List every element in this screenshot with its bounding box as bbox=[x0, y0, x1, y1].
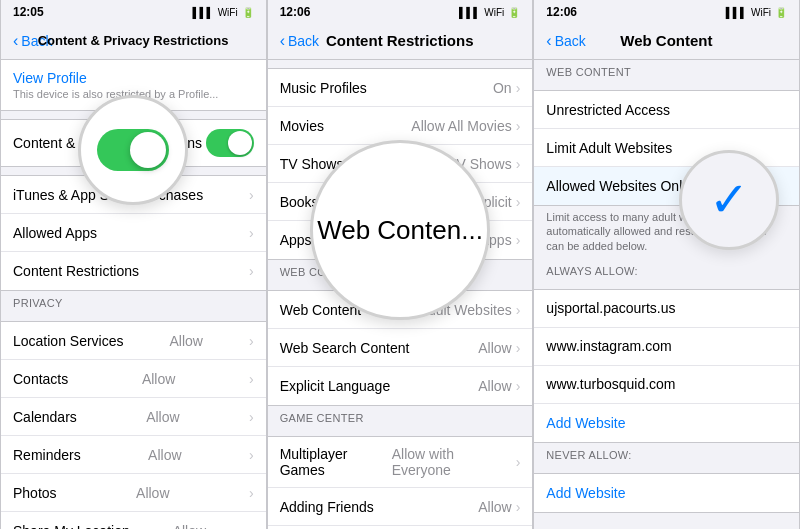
magnifier-text-label: Web Conten... bbox=[317, 215, 483, 246]
screen-content-3: WEB CONTENT Unrestricted Access Limit Ad… bbox=[534, 60, 799, 529]
nav-title-1: Content & Privacy Restrictions bbox=[12, 33, 253, 48]
web-search-row[interactable]: Web Search Content Allow › bbox=[268, 329, 533, 367]
toggle-thumb bbox=[228, 131, 252, 155]
privacy-header: PRIVACY bbox=[1, 291, 266, 313]
explicit-lang-value: Allow bbox=[478, 378, 511, 394]
privacy-toggle[interactable] bbox=[206, 129, 254, 157]
signal-icon-1: ▌▌▌ bbox=[192, 7, 213, 18]
allowed-apps-row[interactable]: Allowed Apps › bbox=[1, 214, 266, 252]
explicit-lang-row[interactable]: Explicit Language Allow › bbox=[268, 367, 533, 405]
time-2: 12:06 bbox=[280, 5, 311, 19]
chevron-movies: › bbox=[516, 118, 521, 134]
time-3: 12:06 bbox=[546, 5, 577, 19]
chevron-multiplayer: › bbox=[516, 454, 521, 470]
music-label: Music Profiles bbox=[280, 80, 367, 96]
contacts-row[interactable]: Contacts Allow › bbox=[1, 360, 266, 398]
movies-value: Allow All Movies bbox=[411, 118, 511, 134]
photos-value: Allow bbox=[136, 485, 169, 501]
never-allow-group: Add Website bbox=[534, 473, 799, 513]
chevron-music: › bbox=[516, 80, 521, 96]
calendars-value: Allow bbox=[146, 409, 179, 425]
nav-bar-1: ‹ Back Content & Privacy Restrictions bbox=[1, 22, 266, 60]
web-content-section-header: WEB CONTENT bbox=[534, 60, 799, 82]
panel-3: 12:06 ▌▌▌ WiFi 🔋 ‹ Back Web Content WEB … bbox=[533, 0, 800, 529]
status-bar-2: 12:06 ▌▌▌ WiFi 🔋 bbox=[268, 0, 533, 22]
adding-friends-row[interactable]: Adding Friends Allow › bbox=[268, 488, 533, 526]
chevron-photos: › bbox=[249, 485, 254, 501]
chevron-share-location: › bbox=[249, 523, 254, 530]
contacts-label: Contacts bbox=[13, 371, 68, 387]
share-location-row[interactable]: Share My Location Allow › bbox=[1, 512, 266, 529]
site-row-3: www.turbosquid.com bbox=[534, 366, 799, 404]
multiplayer-label: Multiplayer Games bbox=[280, 446, 392, 478]
contacts-value: Allow bbox=[142, 371, 175, 387]
multiplayer-row[interactable]: Multiplayer Games Allow with Everyone › bbox=[268, 437, 533, 488]
never-allow-header: NEVER ALLOW: bbox=[534, 443, 799, 465]
nav-bar-3: ‹ Back Web Content bbox=[534, 22, 799, 60]
panel-2: 12:06 ▌▌▌ WiFi 🔋 ‹ Back Content Restrict… bbox=[267, 0, 534, 529]
chevron-contacts: › bbox=[249, 371, 254, 387]
location-value: Allow bbox=[170, 333, 203, 349]
chevron-calendars: › bbox=[249, 409, 254, 425]
magnifier-webcontent: Web Conten... bbox=[310, 140, 490, 320]
music-row[interactable]: Music Profiles On › bbox=[268, 69, 533, 107]
chevron-location: › bbox=[249, 333, 254, 349]
apps-label: Apps bbox=[280, 232, 312, 248]
status-icons-3: ▌▌▌ WiFi 🔋 bbox=[726, 7, 787, 18]
chevron-allowed-apps: › bbox=[249, 225, 254, 241]
site-label-2: www.instagram.com bbox=[546, 338, 671, 354]
reminders-row[interactable]: Reminders Allow › bbox=[1, 436, 266, 474]
nav-title-2: Content Restrictions bbox=[279, 32, 520, 49]
unrestricted-label: Unrestricted Access bbox=[546, 102, 670, 118]
chevron-itunes: › bbox=[249, 187, 254, 203]
chevron-tvshows: › bbox=[516, 156, 521, 172]
chevron-reminders: › bbox=[249, 447, 254, 463]
site-row-2: www.instagram.com bbox=[534, 328, 799, 366]
allowed-apps-label: Allowed Apps bbox=[13, 225, 97, 241]
battery-icon-3: 🔋 bbox=[775, 7, 787, 18]
chevron-apps: › bbox=[516, 232, 521, 248]
battery-icon-2: 🔋 bbox=[508, 7, 520, 18]
status-icons-2: ▌▌▌ WiFi 🔋 bbox=[459, 7, 520, 18]
status-bar-1: 12:05 ▌▌▌ WiFi 🔋 bbox=[1, 0, 266, 22]
signal-icon-2: ▌▌▌ bbox=[459, 7, 480, 18]
content-restrictions-row[interactable]: Content Restrictions › bbox=[1, 252, 266, 290]
nav-bar-2: ‹ Back Content Restrictions bbox=[268, 22, 533, 60]
site-label-3: www.turbosquid.com bbox=[546, 376, 675, 392]
add-website-label-2: Add Website bbox=[546, 485, 625, 501]
location-row[interactable]: Location Services Allow › bbox=[1, 322, 266, 360]
photos-label: Photos bbox=[13, 485, 57, 501]
unrestricted-row[interactable]: Unrestricted Access bbox=[534, 91, 799, 129]
music-value: On bbox=[493, 80, 512, 96]
always-allow-header: ALWAYS ALLOW: bbox=[534, 259, 799, 281]
calendars-row[interactable]: Calendars Allow › bbox=[1, 398, 266, 436]
share-location-value: Allow bbox=[173, 523, 206, 530]
reminders-label: Reminders bbox=[13, 447, 81, 463]
movies-label: Movies bbox=[280, 118, 324, 134]
game-center-group: Multiplayer Games Allow with Everyone › … bbox=[268, 436, 533, 529]
chevron-web-content: › bbox=[516, 302, 521, 318]
chevron-books: › bbox=[516, 194, 521, 210]
add-website-label-1: Add Website bbox=[546, 415, 625, 431]
site-label-1: ujsportal.pacourts.us bbox=[546, 300, 675, 316]
chevron-web-search: › bbox=[516, 340, 521, 356]
chevron-explicit-lang: › bbox=[516, 378, 521, 394]
photos-row[interactable]: Photos Allow › bbox=[1, 474, 266, 512]
web-search-value: Allow bbox=[478, 340, 511, 356]
explicit-lang-label: Explicit Language bbox=[280, 378, 391, 394]
add-website-row-1[interactable]: Add Website bbox=[534, 404, 799, 442]
signal-icon-3: ▌▌▌ bbox=[726, 7, 747, 18]
wifi-icon-1: WiFi bbox=[218, 7, 238, 18]
checkmark-icon: ✓ bbox=[709, 176, 749, 224]
adding-friends-label: Adding Friends bbox=[280, 499, 374, 515]
chevron-adding-friends: › bbox=[516, 499, 521, 515]
add-website-row-2[interactable]: Add Website bbox=[534, 474, 799, 512]
view-profile-title: View Profile bbox=[13, 70, 254, 86]
toggle-magnified bbox=[97, 129, 169, 171]
battery-icon-1: 🔋 bbox=[242, 7, 254, 18]
chevron-content-restrictions: › bbox=[249, 263, 254, 279]
checkmark-overlay: ✓ bbox=[679, 150, 779, 250]
wifi-icon-2: WiFi bbox=[484, 7, 504, 18]
game-center-header: GAME CENTER bbox=[268, 406, 533, 428]
status-bar-3: 12:06 ▌▌▌ WiFi 🔋 bbox=[534, 0, 799, 22]
